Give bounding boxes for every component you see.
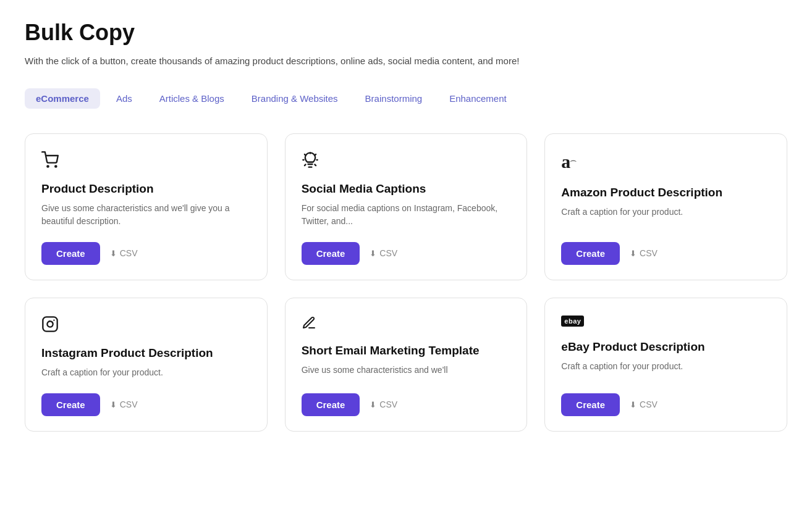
- tab-branding[interactable]: Branding & Websites: [240, 88, 349, 109]
- card-description: Craft a caption for your product.: [561, 206, 771, 228]
- card-description: For social media captions on Instagram, …: [302, 202, 511, 228]
- csv-button[interactable]: ⬇ CSV: [370, 399, 397, 409]
- download-icon: ⬇: [630, 400, 636, 409]
- csv-button[interactable]: ⬇ CSV: [630, 248, 658, 258]
- card-title: Product Description: [41, 182, 251, 196]
- card-description: Craft a caption for your product.: [561, 360, 771, 380]
- tab-ecommerce[interactable]: eCommerce: [25, 88, 100, 109]
- svg-point-1: [55, 165, 56, 167]
- csv-button[interactable]: ⬇ CSV: [370, 248, 397, 258]
- card-actions: Create ⬇ CSV: [41, 242, 251, 265]
- pencil-icon: [302, 316, 511, 330]
- download-icon: ⬇: [370, 249, 376, 258]
- create-button[interactable]: Create: [561, 242, 620, 265]
- tab-brainstorming[interactable]: Brainstorming: [354, 88, 434, 109]
- lightbulb-icon: [302, 151, 511, 169]
- card-description: Give us some characteristics and we'll g…: [41, 202, 251, 228]
- page-title: Bulk Copy: [25, 20, 787, 46]
- download-icon: ⬇: [370, 400, 376, 409]
- card-ebay-product-description: ebay eBay Product Description Craft a ca…: [544, 298, 787, 432]
- cards-grid: Product Description Give us some charact…: [25, 133, 787, 432]
- card-actions: Create ⬇ CSV: [302, 242, 511, 265]
- csv-label: CSV: [120, 399, 138, 409]
- svg-line-8: [315, 164, 316, 165]
- card-title: Social Media Captions: [302, 182, 511, 196]
- csv-button[interactable]: ⬇ CSV: [110, 248, 138, 258]
- csv-label: CSV: [379, 248, 397, 258]
- card-description: Craft a caption for your product.: [41, 366, 251, 380]
- svg-line-5: [305, 164, 306, 165]
- card-actions: Create ⬇ CSV: [561, 242, 771, 265]
- amazon-icon: a⌒: [561, 151, 771, 172]
- svg-point-0: [47, 165, 48, 167]
- card-actions: Create ⬇ CSV: [302, 393, 511, 416]
- create-button[interactable]: Create: [41, 393, 100, 416]
- csv-label: CSV: [640, 248, 658, 258]
- create-button[interactable]: Create: [561, 393, 620, 416]
- ebay-icon: ebay: [561, 316, 771, 327]
- card-product-description: Product Description Give us some charact…: [25, 133, 268, 280]
- download-icon: ⬇: [630, 249, 636, 258]
- create-button[interactable]: Create: [302, 393, 360, 416]
- svg-rect-9: [43, 317, 57, 331]
- download-icon: ⬇: [110, 400, 117, 409]
- tab-articles[interactable]: Articles & Blogs: [148, 88, 235, 109]
- page-subtitle: With the click of a button, create thous…: [25, 54, 787, 69]
- csv-button[interactable]: ⬇ CSV: [110, 399, 138, 409]
- csv-button[interactable]: ⬇ CSV: [630, 399, 658, 409]
- instagram-icon: [41, 316, 251, 333]
- tab-enhancement[interactable]: Enhancement: [438, 88, 518, 109]
- card-title: Short Email Marketing Template: [302, 344, 511, 357]
- csv-label: CSV: [640, 399, 658, 409]
- card-instagram-product-description: Instagram Product Description Craft a ca…: [25, 298, 268, 432]
- card-title: Instagram Product Description: [41, 346, 251, 360]
- download-icon: ⬇: [110, 249, 117, 258]
- card-title: Amazon Product Description: [561, 186, 771, 199]
- card-title: eBay Product Description: [561, 340, 771, 354]
- cart-icon: [41, 151, 251, 169]
- create-button[interactable]: Create: [41, 242, 100, 265]
- create-button[interactable]: Create: [302, 242, 360, 265]
- csv-label: CSV: [120, 248, 138, 258]
- card-description: Give us some characteristics and we'll: [302, 364, 511, 380]
- tab-ads[interactable]: Ads: [105, 88, 143, 109]
- tab-bar: eCommerceAdsArticles & BlogsBranding & W…: [25, 88, 787, 109]
- card-actions: Create ⬇ CSV: [41, 393, 251, 416]
- csv-label: CSV: [379, 399, 397, 409]
- card-social-media-captions: Social Media Captions For social media c…: [285, 133, 528, 280]
- card-amazon-product-description: a⌒ Amazon Product Description Craft a ca…: [544, 133, 787, 280]
- card-short-email-marketing: Short Email Marketing Template Give us s…: [285, 298, 528, 432]
- card-actions: Create ⬇ CSV: [561, 393, 771, 416]
